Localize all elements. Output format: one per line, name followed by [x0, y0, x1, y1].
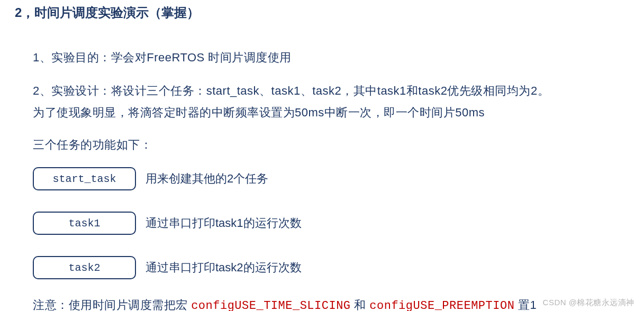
note-suffix: 置1: [514, 298, 537, 311]
task-box-task2: task2: [33, 256, 136, 279]
content-block: 1、实验目的：学会对FreeRTOS 时间片调度使用 2、实验设计：将设计三个任…: [0, 49, 644, 279]
note-macro2: configUSE_PREEMPTION: [369, 299, 514, 311]
watermark: CSDN @棉花糖永远滴神: [543, 298, 634, 308]
task-row: task2 通过串口打印task2的运行次数: [33, 256, 644, 279]
paragraph-design: 2、实验设计：将设计三个任务：start_task、task1、task2，其中…: [33, 82, 644, 99]
paragraph-purpose: 1、实验目的：学会对FreeRTOS 时间片调度使用: [33, 49, 644, 66]
paragraph-func-intro: 三个任务的功能如下：: [33, 136, 644, 153]
task-desc: 通过串口打印task1的运行次数: [146, 215, 302, 231]
note-macro1: configUSE_TIME_SLICING: [191, 299, 350, 311]
task-box-start-task: start_task: [33, 167, 136, 190]
task-desc: 用来创建其他的2个任务: [146, 171, 268, 187]
task-desc: 通过串口打印task2的运行次数: [146, 260, 302, 276]
task-box-task1: task1: [33, 212, 136, 235]
paragraph-design-detail: 为了使现象明显，将滴答定时器的中断频率设置为50ms中断一次，即一个时间片50m…: [33, 104, 644, 121]
note-prefix: 注意：使用时间片调度需把宏: [33, 298, 191, 311]
task-row: start_task 用来创建其他的2个任务: [33, 167, 644, 190]
note-and: 和: [351, 298, 370, 311]
task-row: task1 通过串口打印task1的运行次数: [33, 212, 644, 235]
section-heading: 2，时间片调度实验演示（掌握）: [0, 4, 644, 21]
